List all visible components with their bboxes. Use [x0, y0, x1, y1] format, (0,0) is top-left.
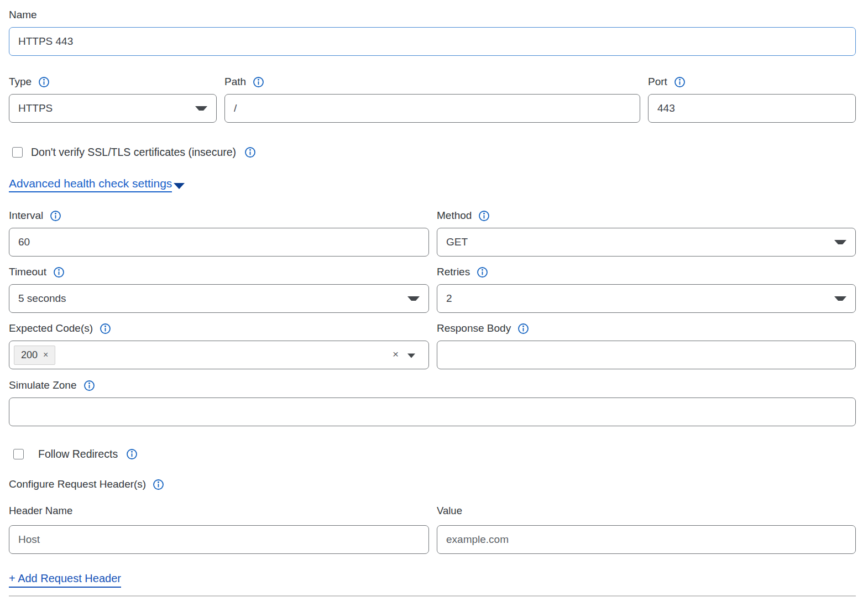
add-request-header-link[interactable]: + Add Request Header — [9, 572, 121, 588]
info-icon[interactable] — [50, 210, 61, 222]
chevron-down-icon — [407, 354, 415, 358]
path-label: Path — [224, 76, 246, 88]
info-icon[interactable] — [38, 76, 50, 88]
chevron-down-icon — [407, 296, 420, 301]
clear-all-icon[interactable]: × — [393, 348, 399, 360]
type-select[interactable]: HTTPS — [9, 94, 217, 123]
health-check-form: Name Type HTTPS Path — [0, 0, 868, 597]
request-header-row: Header Name Value — [9, 505, 856, 554]
timeout-label: Timeout — [9, 266, 46, 278]
type-select-value: HTTPS — [18, 102, 195, 114]
interval-label: Interval — [9, 210, 43, 222]
triangle-down-icon — [174, 183, 185, 189]
name-input[interactable] — [9, 27, 856, 56]
simulate-zone-label: Simulate Zone — [9, 379, 77, 391]
chevron-down-icon — [834, 296, 846, 301]
verify-ssl-checkbox[interactable] — [12, 147, 23, 158]
timeout-select[interactable]: 5 seconds — [9, 284, 429, 313]
header-value-input[interactable] — [437, 525, 856, 554]
retries-select[interactable]: 2 — [437, 284, 856, 313]
advanced-settings-link[interactable]: Advanced health check settings — [9, 177, 172, 192]
info-icon[interactable] — [244, 147, 256, 158]
method-select-value: GET — [446, 236, 834, 248]
verify-ssl-label: Don't verify SSL/TLS certificates (insec… — [31, 146, 236, 159]
remove-tag-icon[interactable]: × — [43, 350, 48, 360]
info-icon[interactable] — [83, 380, 95, 391]
method-select[interactable]: GET — [437, 228, 856, 257]
expected-code-tag-text: 200 — [21, 349, 38, 361]
info-icon[interactable] — [517, 323, 529, 334]
port-input[interactable] — [648, 94, 856, 123]
info-icon[interactable] — [53, 266, 65, 278]
chevron-down-icon — [195, 106, 207, 111]
info-icon[interactable] — [253, 76, 264, 88]
info-icon[interactable] — [478, 210, 490, 222]
info-icon[interactable] — [126, 448, 138, 460]
info-icon[interactable] — [674, 76, 686, 88]
header-name-column-label: Header Name — [9, 505, 429, 517]
header-name-input[interactable] — [9, 525, 429, 554]
value-column-label: Value — [437, 505, 856, 517]
follow-redirects-label: Follow Redirects — [38, 448, 118, 461]
type-label: Type — [9, 76, 32, 88]
info-icon[interactable] — [477, 266, 488, 278]
response-body-input[interactable] — [437, 341, 856, 369]
follow-redirects-checkbox[interactable] — [13, 449, 24, 459]
chevron-down-icon — [834, 240, 846, 244]
retries-select-value: 2 — [446, 292, 834, 305]
port-label: Port — [648, 76, 667, 88]
timeout-select-value: 5 seconds — [18, 292, 407, 305]
path-input[interactable] — [224, 94, 640, 123]
interval-input[interactable] — [9, 228, 429, 257]
expected-codes-multiselect[interactable]: 200 × × — [9, 341, 429, 369]
request-headers-section-label: Configure Request Header(s) — [9, 478, 146, 490]
name-label: Name — [9, 9, 37, 21]
expected-code-tag: 200 × — [14, 346, 55, 365]
method-label: Method — [437, 210, 472, 222]
retries-label: Retries — [437, 266, 470, 278]
simulate-zone-input[interactable] — [9, 397, 856, 426]
info-icon[interactable] — [100, 323, 111, 334]
info-icon[interactable] — [153, 479, 164, 490]
divider — [9, 595, 856, 597]
expected-codes-label: Expected Code(s) — [9, 322, 93, 334]
response-body-label: Response Body — [437, 322, 511, 334]
